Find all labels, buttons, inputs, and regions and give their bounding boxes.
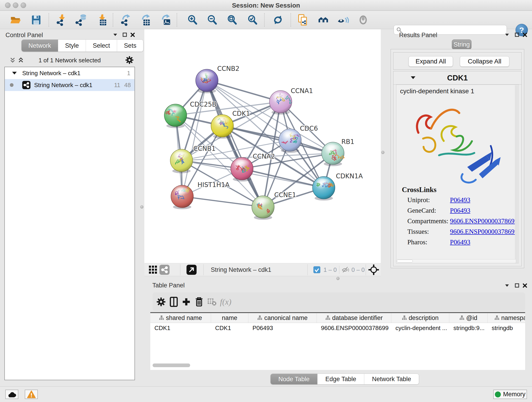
results-panel-menu-icon[interactable]: [504, 32, 510, 38]
save-session-icon[interactable]: [30, 13, 43, 26]
table-panel-close-icon[interactable]: [522, 283, 528, 288]
table-row[interactable]: CDK1CDK1P064939606.ENSP00000378699cyclin…: [150, 323, 525, 333]
tab-node-table[interactable]: Node Table: [271, 374, 317, 384]
delete-column-icon[interactable]: [194, 297, 204, 307]
network-node-CDC25B[interactable]: [164, 104, 187, 128]
open-session-icon[interactable]: [9, 13, 22, 26]
show-graphics-details-icon[interactable]: [357, 13, 370, 26]
tab-sets[interactable]: Sets: [117, 40, 143, 51]
warnings-button[interactable]: [25, 390, 38, 399]
gene-section-header[interactable]: CDK1: [393, 71, 521, 85]
tab-select[interactable]: Select: [86, 40, 117, 51]
column-header-database-identifier[interactable]: database identifier: [317, 313, 391, 323]
zoom-selected-icon[interactable]: [246, 13, 259, 26]
column-header-namespace[interactable]: namespace: [488, 313, 525, 323]
center-view-icon[interactable]: [368, 265, 379, 275]
detach-view-icon[interactable]: [186, 265, 196, 275]
network-node-HIST1H1A[interactable]: [171, 185, 193, 209]
network-edge[interactable]: [242, 169, 324, 188]
refresh-icon[interactable]: [272, 13, 284, 26]
column-header-canonical-name[interactable]: canonical name: [248, 313, 317, 323]
cloud-button[interactable]: [5, 390, 18, 399]
table-cell[interactable]: cyclin-dependent ...: [391, 323, 449, 333]
column-header-description[interactable]: description: [391, 313, 449, 323]
crosslink-value-link[interactable]: 9606.ENSP00000378699: [450, 217, 518, 225]
new-network-from-selection-icon[interactable]: [297, 13, 309, 26]
tab-network-table[interactable]: Network Table: [364, 374, 419, 384]
grid-view-icon[interactable]: [149, 265, 157, 275]
memory-button[interactable]: Memory: [493, 390, 527, 399]
results-vertical-scrollbar[interactable]: [515, 85, 518, 263]
network-tree-root-row[interactable]: String Network – cdk1 1: [5, 67, 134, 79]
network-options-gear-icon[interactable]: [125, 56, 133, 64]
crosslink-value-link[interactable]: P06493: [450, 238, 470, 246]
string-badge-icon[interactable]: [159, 265, 170, 275]
network-node-CCNA1[interactable]: [269, 90, 292, 115]
tab-network[interactable]: Network: [22, 40, 58, 51]
control-panel-close-icon[interactable]: [130, 32, 136, 38]
hide-selected-icon[interactable]: [336, 13, 349, 26]
hidden-eye-icon[interactable]: [342, 265, 350, 275]
selected-count: 1 – 0: [323, 265, 337, 275]
table-panel-float-icon[interactable]: [514, 283, 520, 288]
collapse-all-button[interactable]: Collapse All: [460, 56, 509, 67]
network-edge[interactable]: [182, 196, 263, 207]
crosslink-value-link[interactable]: 9606.ENSP00000378699: [450, 228, 518, 235]
left-splitter-handle[interactable]: [140, 205, 143, 209]
export-table-icon[interactable]: [139, 13, 152, 26]
network-tree-item-row[interactable]: String Network – cdk1 11 48: [5, 79, 134, 91]
zoom-out-icon[interactable]: [206, 13, 219, 26]
export-network-icon[interactable]: [120, 13, 133, 26]
table-cell[interactable]: P06493: [248, 323, 317, 333]
collection-count: 1: [127, 70, 130, 77]
selected-nodes-checkbox[interactable]: [313, 265, 320, 275]
bottom-splitter-handle[interactable]: [336, 277, 340, 280]
import-network-database-icon[interactable]: [75, 13, 88, 26]
crosslink-value-link[interactable]: P06493: [450, 196, 470, 204]
first-neighbors-icon[interactable]: [317, 13, 330, 26]
results-horizontal-scrollbar[interactable]: [397, 259, 516, 263]
tree-collapse-icon[interactable]: [12, 71, 17, 75]
network-edge[interactable]: [182, 80, 207, 196]
network-node-CDK1[interactable]: [211, 115, 234, 139]
column-header-@id[interactable]: @id: [449, 313, 488, 323]
table-cell[interactable]: CDK1: [211, 323, 248, 333]
hidden-count: 0 – 0: [351, 265, 365, 275]
network-status-dot-icon: [10, 83, 13, 87]
right-splitter-handle[interactable]: [381, 151, 385, 154]
table-panel-menu-icon[interactable]: [504, 283, 510, 288]
network-node-CDKN1A[interactable]: [312, 177, 335, 201]
table-cell[interactable]: stringdb: [488, 323, 525, 333]
import-network-icon[interactable]: [56, 13, 68, 26]
network-graph[interactable]: CCNB2CCNA1CDC25BCDK1CDC6RB1CCNB1CCNA2CDK…: [144, 29, 381, 263]
scrollbar-thumb[interactable]: [397, 260, 413, 262]
add-column-icon[interactable]: [181, 297, 191, 307]
network-node-CCNE1[interactable]: [252, 196, 274, 220]
column-label: namespace: [501, 314, 525, 322]
expand-all-button[interactable]: Expand All: [409, 56, 453, 67]
network-canvas[interactable]: CCNB2CCNA1CDC25BCDK1CDC6RB1CCNB1CCNA2CDK…: [144, 29, 381, 263]
network-node-RB1[interactable]: [322, 142, 344, 166]
column-header-shared-name[interactable]: shared name: [150, 313, 211, 323]
export-image-icon[interactable]: [159, 13, 172, 26]
window-statusbar: Memory: [0, 386, 532, 402]
control-panel-float-icon[interactable]: [122, 32, 128, 38]
control-panel-menu-icon[interactable]: [112, 32, 118, 38]
zoom-in-icon[interactable]: [186, 13, 199, 26]
table-settings-icon[interactable]: [156, 297, 166, 307]
table-cell[interactable]: stringdb:9...: [449, 323, 488, 333]
table-cell[interactable]: 9606.ENSP00000378699: [317, 323, 391, 333]
results-panel-float-icon[interactable]: [514, 32, 520, 38]
crosslink-value-link[interactable]: P06493: [450, 207, 470, 214]
results-panel-close-icon[interactable]: [522, 32, 528, 38]
tab-edge-table[interactable]: Edge Table: [317, 374, 364, 384]
import-table-icon[interactable]: [96, 13, 109, 26]
tab-string[interactable]: String: [452, 39, 472, 50]
table-cell[interactable]: CDK1: [150, 323, 211, 333]
tab-style[interactable]: Style: [58, 40, 86, 51]
zoom-fit-icon[interactable]: [226, 13, 239, 26]
table-horizontal-scrollbar[interactable]: [152, 364, 190, 367]
column-header-name[interactable]: name: [211, 313, 248, 323]
show-columns-icon[interactable]: [169, 297, 179, 307]
network-node-CCNB1[interactable]: [170, 149, 193, 173]
